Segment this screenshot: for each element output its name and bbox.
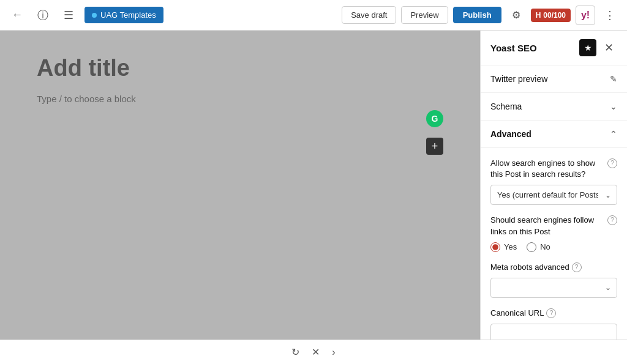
block-placeholder-text: Type / to choose a block: [37, 94, 136, 104]
hemingway-h: H: [536, 11, 541, 20]
editor-title[interactable]: Add title: [37, 55, 443, 81]
yoast-icon: y!: [581, 10, 590, 21]
search-engines-select[interactable]: Yes (current default for Posts) No: [490, 185, 617, 205]
canonical-url-help-icon[interactable]: ?: [546, 308, 556, 318]
advanced-chevron-icon: ⌃: [610, 129, 617, 139]
follow-links-radio-group: Yes No: [490, 242, 617, 252]
sidebar-header-actions: ★ ✕: [579, 39, 617, 56]
hemingway-score: 00/100: [543, 11, 566, 20]
search-engines-help-icon[interactable]: ?: [607, 158, 617, 168]
list-view-button[interactable]: ☰: [59, 6, 78, 25]
search-engines-label: Allow search engines to show this Post i…: [490, 158, 617, 180]
sidebar: Yoast SEO ★ ✕ Twitter preview ✎ Schema ⌄…: [480, 31, 627, 340]
follow-links-help-icon[interactable]: ?: [607, 215, 617, 225]
meta-robots-select[interactable]: nosnippet noodp noarchive: [490, 278, 617, 298]
editor-content: Add title Type / to choose a block: [37, 55, 443, 104]
canonical-url-label-text: Canonical URL: [490, 308, 544, 319]
follow-no-radio[interactable]: [527, 242, 536, 252]
uag-dot: [92, 13, 97, 18]
schema-label: Schema: [490, 102, 522, 111]
follow-links-label: Should search engines follow links on th…: [490, 215, 617, 237]
meta-robots-select-wrapper: nosnippet noodp noarchive ⌄: [490, 278, 617, 298]
toolbar-right: Save draft Preview Publish ⚙ H 00/100 y!…: [342, 6, 620, 25]
follow-no-text: No: [540, 242, 550, 251]
grammarly-icon[interactable]: G: [426, 110, 443, 127]
advanced-content: Allow search engines to show this Post i…: [481, 148, 627, 340]
twitter-preview-header[interactable]: Twitter preview ✎: [481, 65, 627, 92]
star-button[interactable]: ★: [579, 39, 596, 56]
meta-robots-label: Meta robots advanced ?: [490, 262, 617, 273]
advanced-section: Advanced ⌃ Allow search engines to show …: [481, 121, 627, 340]
toolbar-left: ← ⓘ ☰ UAG Templates: [7, 6, 336, 25]
uag-templates-button[interactable]: UAG Templates: [84, 7, 163, 23]
follow-yes-text: Yes: [504, 242, 517, 251]
meta-robots-field-group: Meta robots advanced ? nosnippet noodp n…: [490, 262, 617, 298]
info-button[interactable]: ⓘ: [33, 6, 53, 25]
advanced-label: Advanced: [490, 129, 531, 139]
publish-button[interactable]: Publish: [453, 7, 501, 23]
close-sidebar-button[interactable]: ✕: [600, 39, 617, 56]
follow-yes-radio[interactable]: [490, 242, 500, 252]
sidebar-title: Yoast SEO: [490, 43, 537, 53]
twitter-preview-section: Twitter preview ✎: [481, 65, 627, 93]
follow-links-label-text: Should search engines follow links on th…: [490, 215, 605, 237]
schema-header[interactable]: Schema ⌄: [481, 93, 627, 120]
follow-no-radio-label[interactable]: No: [527, 242, 550, 252]
twitter-preview-edit-icon: ✎: [610, 74, 617, 84]
canonical-url-input[interactable]: [490, 324, 617, 340]
undo-button[interactable]: ↻: [291, 346, 299, 358]
main-layout: Add title Type / to choose a block G + Y…: [0, 31, 627, 340]
top-toolbar: ← ⓘ ☰ UAG Templates Save draft Preview P…: [0, 0, 627, 31]
meta-robots-help-icon[interactable]: ?: [572, 262, 582, 272]
schema-section: Schema ⌄: [481, 93, 627, 121]
canonical-url-label: Canonical URL ?: [490, 308, 617, 319]
follow-yes-radio-label[interactable]: Yes: [490, 242, 517, 252]
schema-chevron-icon: ⌄: [610, 102, 617, 111]
editor-block-placeholder[interactable]: Type / to choose a block: [37, 94, 443, 104]
follow-links-field-group: Should search engines follow links on th…: [490, 215, 617, 251]
preview-button[interactable]: Preview: [401, 6, 448, 24]
advanced-header[interactable]: Advanced ⌃: [481, 121, 627, 148]
more-options-button[interactable]: ⋮: [600, 6, 620, 25]
hemingway-badge[interactable]: H 00/100: [531, 9, 571, 22]
yoast-badge-button[interactable]: y!: [576, 6, 595, 25]
meta-robots-label-text: Meta robots advanced: [490, 262, 569, 273]
uag-templates-label: UAG Templates: [100, 10, 156, 20]
next-button[interactable]: ›: [332, 347, 335, 358]
search-engines-label-text: Allow search engines to show this Post i…: [490, 158, 605, 180]
bottom-toolbar: ↻ ✕ ›: [0, 340, 627, 364]
search-engines-field-group: Allow search engines to show this Post i…: [490, 158, 617, 205]
settings-button[interactable]: ⚙: [506, 6, 526, 25]
search-engines-select-wrapper: Yes (current default for Posts) No ⌄: [490, 185, 617, 205]
twitter-preview-label: Twitter preview: [490, 74, 547, 84]
sidebar-header: Yoast SEO ★ ✕: [481, 31, 627, 65]
save-draft-button[interactable]: Save draft: [342, 6, 396, 24]
canonical-url-field-group: Canonical URL ?: [490, 308, 617, 340]
close-bottom-button[interactable]: ✕: [312, 346, 320, 358]
back-button[interactable]: ←: [7, 6, 27, 25]
editor-area: Add title Type / to choose a block G +: [0, 31, 480, 340]
add-block-button[interactable]: +: [426, 138, 443, 155]
